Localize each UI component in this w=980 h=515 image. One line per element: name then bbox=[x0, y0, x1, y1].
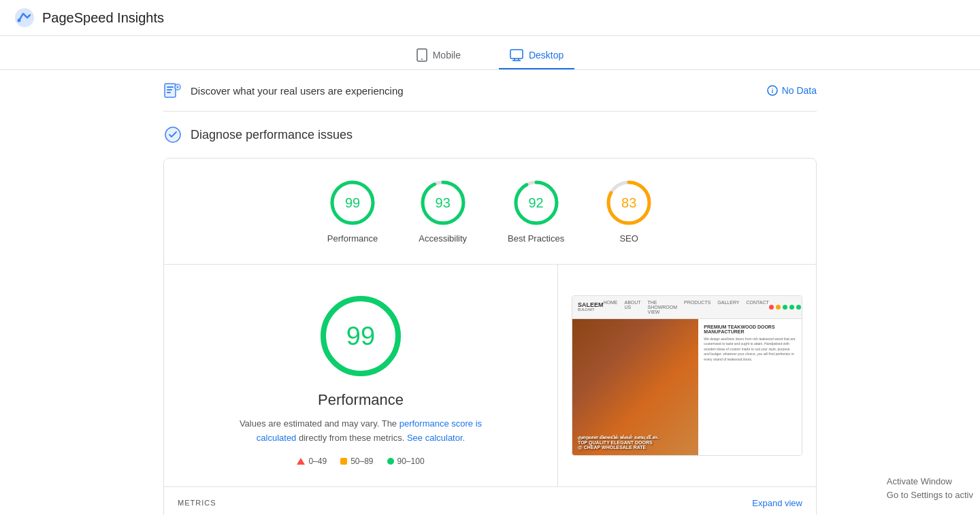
diagnose-header: Diagnose performance issues bbox=[163, 125, 817, 144]
discover-text: Discover what your real users are experi… bbox=[191, 85, 404, 97]
score-circle-best-practices: 92 bbox=[512, 179, 560, 227]
svg-rect-11 bbox=[167, 92, 171, 93]
discover-section: Discover what your real users are experi… bbox=[163, 70, 817, 112]
svg-text:i: i bbox=[771, 88, 773, 95]
pagespeed-logo-icon bbox=[14, 7, 35, 29]
preview-content-section: PREMIUM TEAKWOOD DOORS MANUFACTURER We d… bbox=[698, 319, 802, 455]
metrics-title: METRICS bbox=[178, 499, 216, 507]
website-preview: SALEEM BUILDART HOME ABOUT US THE SHOWRO… bbox=[572, 295, 802, 456]
legend-triangle-icon bbox=[297, 458, 305, 465]
score-label-best-practices: Best Practices bbox=[508, 233, 564, 244]
score-item-best-practices[interactable]: 92 Best Practices bbox=[508, 179, 564, 244]
desktop-icon bbox=[510, 49, 523, 61]
score-item-seo[interactable]: 83 SEO bbox=[605, 179, 653, 244]
svg-rect-10 bbox=[167, 89, 172, 90]
svg-point-0 bbox=[15, 8, 34, 27]
score-label-performance: Performance bbox=[327, 233, 378, 244]
see-calculator-link[interactable]: See calculator. bbox=[407, 433, 465, 443]
dot-green3 bbox=[796, 305, 801, 310]
tab-desktop[interactable]: Desktop bbox=[499, 42, 574, 69]
legend-square-icon bbox=[340, 458, 347, 465]
no-data-indicator: i No Data bbox=[767, 85, 817, 96]
preview-headline: PREMIUM TEAKWOOD DOORS MANUFACTURER bbox=[704, 325, 796, 334]
dot-green2 bbox=[789, 305, 794, 310]
score-item-performance[interactable]: 99 Performance bbox=[327, 179, 378, 244]
preview-logo-area: SALEEM BUILDART bbox=[578, 302, 604, 312]
tab-bar: Mobile Desktop bbox=[0, 36, 980, 70]
score-circle-accessibility: 93 bbox=[419, 179, 467, 227]
perf-left: 99 Performance Values are estimated and … bbox=[164, 265, 557, 486]
diagnose-icon bbox=[163, 125, 182, 144]
score-value-performance: 99 bbox=[345, 195, 360, 211]
perf-title: Performance bbox=[318, 391, 404, 409]
main-content: Discover what your real users are experi… bbox=[150, 70, 830, 515]
svg-rect-4 bbox=[510, 50, 523, 59]
perf-detail: 99 Performance Values are estimated and … bbox=[164, 265, 816, 486]
preview-nav: HOME ABOUT US THE SHOWROOM VIEW PRODUCTS… bbox=[604, 300, 769, 314]
legend-low: 0–49 bbox=[297, 456, 327, 466]
info-icon: i bbox=[767, 85, 778, 96]
svg-rect-9 bbox=[167, 86, 174, 88]
score-circle-performance: 99 bbox=[329, 179, 376, 227]
diagnose-section: Diagnose performance issues 99 Performan… bbox=[163, 112, 817, 515]
score-value-accessibility: 93 bbox=[436, 195, 451, 211]
score-label-seo: SEO bbox=[619, 233, 638, 244]
preview-body-text: We design aesthetic doors from rich teak… bbox=[704, 337, 796, 363]
preview-image-section: குறைவான விலையில் உங்கள் கனவு வீட்டை TOP … bbox=[572, 319, 698, 455]
legend-high: 90–100 bbox=[387, 456, 425, 466]
svg-point-14 bbox=[177, 86, 179, 88]
score-circle-seo: 83 bbox=[605, 179, 653, 227]
preview-topbar: SALEEM BUILDART HOME ABOUT US THE SHOWRO… bbox=[572, 296, 802, 319]
dot-red bbox=[769, 305, 774, 310]
preview-dots bbox=[769, 305, 801, 310]
preview-body: குறைவான விலையில் உங்கள் கனவு வீட்டை TOP … bbox=[572, 319, 802, 455]
windows-watermark: Activate Window Go to Settings to activ bbox=[887, 475, 973, 501]
metrics-section: METRICS Expand view First Contentful Pai… bbox=[164, 486, 816, 515]
svg-point-3 bbox=[421, 59, 423, 60]
svg-point-1 bbox=[18, 19, 21, 22]
diagnose-title: Diagnose performance issues bbox=[191, 128, 353, 142]
scores-card: 99 Performance 93 Accessibility bbox=[163, 158, 817, 515]
large-score-circle: 99 bbox=[316, 292, 405, 380]
score-circles-row: 99 Performance 93 Accessibility bbox=[164, 159, 816, 265]
score-value-best-practices: 92 bbox=[528, 195, 543, 211]
discover-icon bbox=[163, 81, 182, 100]
legend-mid: 50–89 bbox=[340, 456, 373, 466]
preview-site-sub: BUILDART bbox=[578, 308, 604, 312]
discover-left: Discover what your real users are experi… bbox=[163, 81, 404, 100]
dot-orange bbox=[776, 305, 781, 310]
perf-right: SALEEM BUILDART HOME ABOUT US THE SHOWRO… bbox=[557, 265, 816, 486]
mobile-icon bbox=[416, 48, 427, 62]
score-value-seo: 83 bbox=[621, 195, 636, 211]
metrics-header: METRICS Expand view bbox=[178, 498, 802, 508]
dot-green1 bbox=[783, 305, 787, 310]
header-logo: PageSpeed Insights bbox=[14, 7, 164, 29]
tab-mobile[interactable]: Mobile bbox=[406, 41, 472, 70]
preview-image-text: குறைவான விலையில் உங்கள் கனவு வீட்டை TOP … bbox=[578, 435, 693, 450]
legend-circle-icon bbox=[387, 458, 394, 465]
app-header: PageSpeed Insights bbox=[0, 0, 980, 36]
legend-row: 0–49 50–89 90–100 bbox=[297, 456, 424, 466]
perf-desc: Values are estimated and may vary. The p… bbox=[238, 417, 483, 446]
expand-view-button[interactable]: Expand view bbox=[752, 498, 802, 508]
app-title: PageSpeed Insights bbox=[42, 10, 164, 26]
score-label-accessibility: Accessibility bbox=[419, 233, 467, 244]
score-item-accessibility[interactable]: 93 Accessibility bbox=[419, 179, 467, 244]
large-score-value: 99 bbox=[346, 322, 375, 351]
